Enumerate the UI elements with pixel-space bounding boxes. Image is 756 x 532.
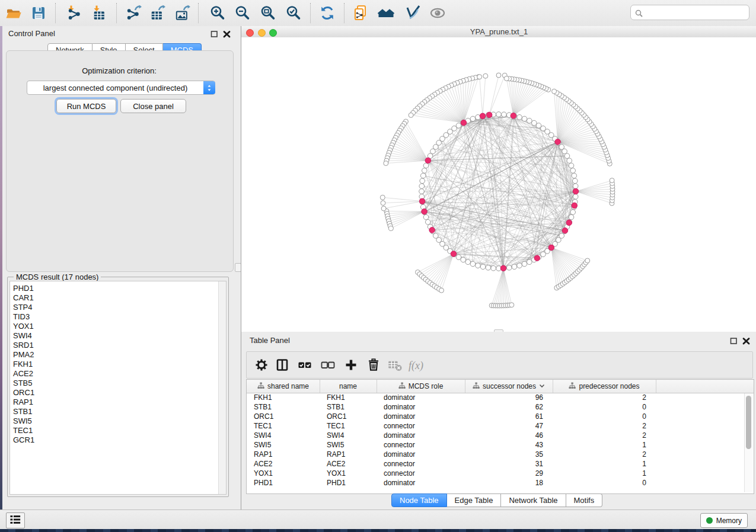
export-network-icon[interactable]	[125, 4, 142, 22]
export-image-icon[interactable]	[173, 4, 191, 22]
table-row[interactable]: YOX1YOX1connector291	[247, 469, 754, 478]
mcds-result-title: MCDS result (17 nodes)	[14, 273, 101, 281]
result-node-item[interactable]: TID3	[13, 312, 34, 322]
column-header-MCDS-role[interactable]: MCDS role	[377, 380, 465, 393]
float-panel-icon[interactable]	[210, 30, 219, 41]
tab-node-table[interactable]: Node Table	[391, 493, 447, 507]
memory-status-dot	[706, 517, 713, 524]
result-node-item[interactable]: STB1	[13, 407, 34, 416]
close-panel-button[interactable]: Close panel	[120, 99, 186, 113]
network-window-titlebar[interactable]: YPA_prune.txt_1	[241, 26, 756, 38]
column-label: successor nodes	[483, 382, 536, 390]
result-node-item[interactable]: CAR1	[13, 293, 34, 303]
deselect-all-icon[interactable]	[319, 356, 337, 374]
table-cell: connector	[384, 459, 415, 469]
import-network-icon[interactable]	[65, 4, 82, 22]
result-node-item[interactable]: ACE2	[13, 369, 34, 379]
column-label: predecessor nodes	[579, 382, 639, 390]
close-table-panel-icon[interactable]	[742, 336, 751, 348]
table-cell: 1	[553, 440, 646, 450]
table-row[interactable]: FKH1FKH1dominator962	[247, 393, 754, 402]
table-row[interactable]: TEC1TEC1connector472	[247, 421, 754, 431]
task-history-button[interactable]	[6, 512, 25, 528]
result-node-item[interactable]: STP4	[13, 303, 34, 312]
zoom-selected-icon[interactable]	[285, 4, 302, 22]
table-cell: 2	[553, 421, 646, 431]
column-header-name[interactable]: name	[320, 380, 377, 393]
table-cell: 61	[465, 412, 543, 421]
zoom-fit-icon[interactable]	[259, 4, 277, 22]
result-list-scrollbar[interactable]	[218, 281, 226, 494]
column-header-shared-name[interactable]: shared name	[247, 380, 320, 393]
zoom-in-icon[interactable]	[209, 4, 227, 22]
table-cell: TEC1	[327, 421, 345, 431]
tree-icon	[569, 382, 576, 391]
function-builder-icon: f(x)	[407, 356, 425, 374]
result-node-item[interactable]: RAP1	[13, 398, 34, 407]
zoom-out-icon[interactable]	[234, 4, 251, 22]
network-canvas[interactable]	[241, 37, 756, 332]
mcds-result-list[interactable]: PHD1CAR1STP4TID3YOX1SWI4SRD1PMA2FKH1ACE2…	[9, 281, 227, 495]
network-graph-svg[interactable]	[241, 37, 756, 332]
search-box	[630, 5, 749, 20]
table-scrollbar-thumb[interactable]	[746, 396, 751, 449]
houses-icon[interactable]	[377, 4, 395, 22]
result-node-item[interactable]: FKH1	[13, 360, 34, 369]
result-node-item[interactable]: YOX1	[13, 322, 34, 331]
table-row[interactable]: SWI4SWI4dominator462	[247, 431, 754, 440]
table-scrollbar[interactable]	[744, 393, 753, 492]
table-cell: ACE2	[254, 459, 272, 469]
table-cell: FKH1	[254, 393, 272, 402]
table-cell: 1	[553, 469, 646, 478]
add-icon[interactable]	[342, 356, 360, 374]
tab-network-table[interactable]: Network Table	[501, 493, 566, 507]
save-session-icon[interactable]	[30, 4, 47, 22]
combo-value: largest connected component (undirected)	[27, 84, 203, 92]
columns-icon[interactable]	[273, 356, 291, 374]
export-table-icon[interactable]	[148, 4, 166, 22]
table-row[interactable]: RAP1RAP1dominator352	[247, 450, 754, 459]
result-node-item[interactable]: ORC1	[13, 388, 34, 398]
table-cell: dominator	[384, 431, 415, 440]
table-row[interactable]: SWI5SWI5connector431	[247, 440, 754, 450]
result-node-item[interactable]: GCR1	[13, 435, 34, 445]
column-header-successor-nodes[interactable]: successor nodes	[465, 380, 553, 393]
memory-button[interactable]: Memory	[700, 513, 748, 528]
tab-motifs[interactable]: Motifs	[566, 493, 603, 507]
svg-text:f(x): f(x)	[409, 360, 423, 372]
delete-icon[interactable]	[365, 356, 382, 374]
result-node-item[interactable]: PHD1	[13, 284, 34, 293]
open-file-icon[interactable]	[5, 4, 23, 22]
result-node-item[interactable]: SRD1	[13, 341, 34, 350]
table-cell: dominator	[384, 393, 415, 402]
table-cell: PHD1	[254, 478, 273, 488]
new-network-file-icon[interactable]	[352, 4, 369, 22]
table-row[interactable]: ORC1ORC1dominator610	[247, 412, 754, 421]
result-node-item[interactable]: SWI4	[13, 331, 34, 341]
close-panel-icon[interactable]	[222, 30, 231, 41]
search-input[interactable]	[645, 7, 749, 18]
select-all-icon[interactable]	[296, 356, 314, 374]
result-node-item[interactable]: PMA2	[13, 350, 34, 360]
import-table-icon[interactable]	[90, 4, 108, 22]
gear-icon[interactable]	[253, 356, 270, 374]
tab-edge-table[interactable]: Edge Table	[447, 493, 502, 507]
control-panel: Control Panel NetworkStyleSelectMCDS Opt…	[2, 26, 236, 509]
eye-icon[interactable]	[429, 4, 446, 22]
table-cell: 43	[465, 440, 543, 450]
optimization-criterion-combo[interactable]: largest connected component (undirected)	[27, 81, 215, 95]
style-brush-icon[interactable]	[403, 4, 421, 22]
table-tabbar: Node TableEdge TableNetwork TableMotifs	[391, 493, 602, 507]
table-cell: connector	[384, 469, 415, 478]
refresh-icon[interactable]	[318, 4, 336, 22]
float-table-panel-icon[interactable]	[729, 336, 738, 348]
table-cell: SWI4	[327, 431, 344, 440]
result-node-item[interactable]: SWI5	[13, 416, 34, 426]
table-row[interactable]: PHD1PHD1dominator180	[247, 478, 754, 488]
run-mcds-button[interactable]: Run MCDS	[56, 99, 116, 113]
column-header-predecessor-nodes[interactable]: predecessor nodes	[553, 380, 656, 393]
result-node-item[interactable]: TEC1	[13, 426, 34, 435]
table-row[interactable]: STB1STB1dominator620	[247, 402, 754, 412]
table-row[interactable]: ACE2ACE2connector311	[247, 459, 754, 469]
result-node-item[interactable]: STB5	[13, 379, 34, 388]
